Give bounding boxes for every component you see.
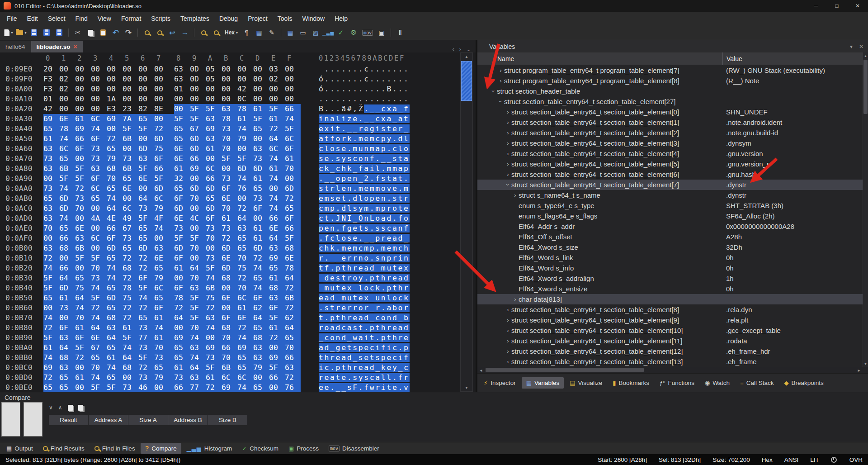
hex-byte[interactable]: 5F — [75, 253, 91, 263]
hex-byte[interactable]: 5F — [253, 114, 269, 124]
scroll-up-icon[interactable]: ▲ — [863, 52, 868, 59]
variable-row[interactable]: ›struct section_table_entry64_t section_… — [477, 315, 868, 325]
variable-row[interactable]: ›struct section_table_entry64_t section_… — [477, 325, 868, 336]
compare-column-address-a[interactable]: Address A — [89, 415, 128, 425]
hex-byte[interactable]: 78 — [285, 263, 301, 273]
hex-byte[interactable]: 6D — [206, 204, 222, 214]
hex-byte[interactable]: 61 — [269, 164, 285, 174]
hex-byte[interactable]: 78 — [222, 114, 237, 124]
hex-ascii-text[interactable]: t.pthread_cond_b — [319, 313, 410, 323]
hex-byte[interactable]: 5F — [43, 283, 59, 293]
goto-template-button[interactable]: ▦ — [284, 27, 296, 38]
hex-byte[interactable]: 00 — [190, 174, 206, 184]
hex-byte[interactable]: 6D — [154, 134, 174, 144]
hex-byte[interactable]: 5F — [237, 154, 253, 164]
hex-byte[interactable]: 73 — [123, 233, 138, 243]
hex-byte[interactable]: 00 — [107, 84, 123, 94]
variable-row[interactable]: Elf64_Off s_offsetA28h — [477, 232, 868, 242]
hex-byte[interactable]: 74 — [123, 343, 138, 353]
maximize-button[interactable]: □ — [826, 0, 847, 12]
hex-byte[interactable]: 63 — [222, 104, 237, 114]
hex-byte[interactable]: 68 — [59, 353, 75, 363]
variable-row[interactable]: ›struct section_table_entry64_t section_… — [477, 96, 868, 107]
hex-byte[interactable]: 69 — [107, 114, 123, 124]
hex-byte[interactable]: 65 — [237, 363, 253, 373]
hex-byte[interactable]: 61 — [75, 373, 91, 383]
hex-byte[interactable]: 70 — [75, 204, 91, 214]
hex-byte[interactable]: 69 — [237, 343, 253, 353]
hex-byte[interactable]: 6D — [222, 243, 237, 253]
hex-byte[interactable]: 00 — [222, 283, 237, 293]
bottom-tab-output[interactable]: ▤Output — [2, 443, 38, 454]
hex-byte[interactable]: 00 — [138, 134, 154, 144]
hex-byte[interactable]: 65 — [59, 373, 75, 383]
hex-byte[interactable]: 61 — [206, 373, 222, 383]
hex-byte[interactable]: 00 — [43, 303, 59, 313]
hex-byte[interactable]: 69 — [174, 333, 190, 343]
expand-arrow-icon[interactable]: › — [505, 150, 511, 157]
hex-byte[interactable]: 6D — [190, 144, 206, 154]
bottom-tab-disassembler[interactable]: movDisassembler — [324, 443, 384, 454]
hex-byte[interactable]: 5F — [123, 333, 138, 343]
hex-byte[interactable]: 00 — [206, 333, 222, 343]
hex-byte[interactable]: 63 — [190, 343, 206, 353]
scroll-up-icon[interactable]: ▲ — [461, 53, 472, 60]
hex-byte[interactable]: 65 — [91, 194, 107, 204]
hex-byte[interactable]: 00 — [285, 74, 301, 84]
expand-arrow-icon[interactable]: › — [505, 306, 511, 313]
hex-byte[interactable]: 6E — [123, 184, 138, 194]
hex-byte[interactable]: 69 — [43, 363, 59, 373]
hex-byte[interactable]: 68 — [253, 333, 269, 343]
hex-byte[interactable]: 66 — [285, 353, 301, 363]
hex-byte[interactable]: 61 — [237, 114, 253, 124]
hex-byte[interactable]: 73 — [138, 343, 154, 353]
hex-byte[interactable]: 72 — [222, 233, 237, 243]
hex-byte[interactable]: 00 — [75, 94, 91, 104]
hex-byte[interactable]: 6F — [222, 313, 237, 323]
hex-byte[interactable]: 66 — [222, 343, 237, 353]
hex-byte[interactable]: 64 — [123, 353, 138, 363]
hex-byte[interactable]: 6C — [154, 194, 174, 204]
hex-byte[interactable]: 00 — [237, 64, 253, 74]
hex-byte[interactable]: 4A — [91, 214, 107, 223]
compare-file-b-icon[interactable] — [78, 405, 83, 411]
hex-byte[interactable]: 02 — [59, 74, 75, 84]
hex-byte[interactable]: 00 — [107, 64, 123, 74]
hex-byte[interactable]: 00 — [123, 144, 138, 154]
hex-byte[interactable]: 6C — [91, 184, 107, 194]
hex-byte[interactable]: 73 — [123, 154, 138, 164]
tab-hello64[interactable]: hello64 — [0, 41, 31, 52]
hex-byte[interactable]: 6E — [222, 293, 237, 303]
hex-byte[interactable]: 74 — [154, 223, 174, 233]
hex-byte[interactable]: 70 — [75, 313, 91, 323]
compare-column-address-b[interactable]: Address B — [168, 415, 208, 425]
hex-byte[interactable]: 69 — [75, 124, 91, 134]
hex-byte[interactable]: 64 — [190, 263, 206, 273]
hex-ascii-text[interactable]: ó...........B... — [319, 84, 410, 94]
hex-byte[interactable]: 65 — [138, 313, 154, 323]
capture-button[interactable]: ▣ — [376, 27, 387, 38]
hex-byte[interactable]: 73 — [222, 223, 237, 233]
hex-byte[interactable]: 6F — [174, 253, 190, 263]
hex-byte[interactable]: 72 — [138, 263, 154, 273]
hex-byte[interactable]: 65 — [59, 223, 75, 233]
hex-byte[interactable]: 5F — [138, 214, 154, 223]
hex-byte[interactable]: 72 — [123, 303, 138, 313]
hex-byte[interactable]: 65 — [174, 134, 190, 144]
hex-byte[interactable]: 23 — [123, 104, 138, 114]
hex-byte[interactable]: 74 — [43, 353, 59, 363]
hex-byte[interactable]: 61 — [174, 263, 190, 273]
hex-byte[interactable]: 20 — [43, 64, 59, 74]
color-map-button[interactable]: ▨ — [310, 27, 321, 38]
hex-byte[interactable]: 70 — [222, 333, 237, 343]
hex-ascii-text[interactable]: r.__errno.snprin — [319, 253, 410, 263]
hex-byte[interactable]: 6D — [237, 164, 253, 174]
hex-vertical-scrollbar[interactable]: ▲ ▼ — [460, 52, 473, 392]
hex-byte[interactable]: 73 — [59, 303, 75, 313]
hex-ascii-text[interactable]: roadcast.pthread — [319, 323, 410, 333]
hex-byte[interactable]: 65 — [174, 343, 190, 353]
hex-byte[interactable]: 70 — [190, 243, 206, 253]
compare-expand-icon[interactable]: ∧ — [58, 404, 62, 411]
hex-byte[interactable]: 63 — [206, 313, 222, 323]
hex-byte[interactable]: 00 — [154, 383, 174, 392]
